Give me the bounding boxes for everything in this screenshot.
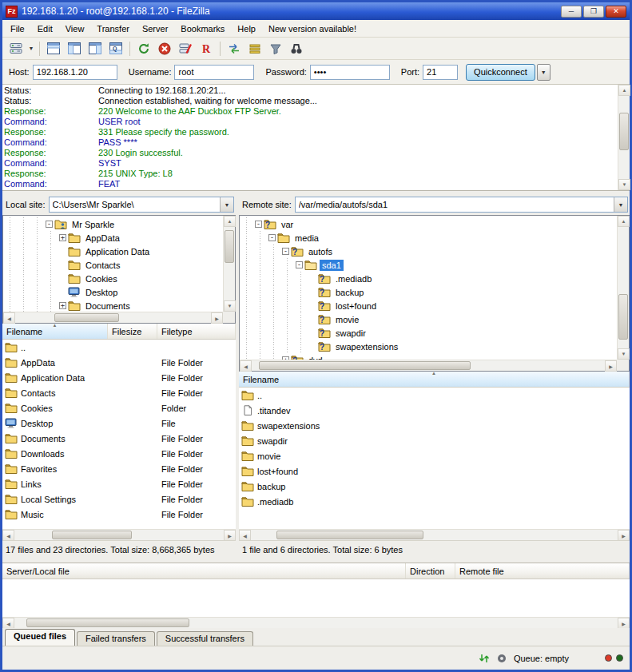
tree-node-backup[interactable]: backup (333, 287, 366, 298)
minimize-button[interactable]: ─ (561, 6, 582, 18)
horizontal-scrollbar[interactable]: ◀▶ (240, 360, 617, 371)
file-row[interactable]: .titandev (239, 403, 630, 418)
tree-node-lost-found[interactable]: lost+found (333, 300, 379, 312)
tree-row[interactable]: +?dvd (240, 353, 617, 360)
tree-row[interactable]: +AppData (3, 231, 223, 245)
local-site-combo[interactable]: C:\Users\Mr Sparkle\ ▼ (49, 197, 234, 213)
tree-row[interactable]: ?movie (240, 312, 617, 326)
column-header-remote-file[interactable]: Remote file (455, 563, 630, 579)
column-header-filename[interactable]: ▲Filename (2, 324, 108, 339)
tree-node-mediadb[interactable]: .mediadb (333, 273, 374, 284)
tree-expand-icon[interactable]: + (59, 302, 66, 309)
scrollbar-thumb[interactable] (225, 230, 234, 263)
reconnect-button[interactable]: R (196, 39, 217, 58)
file-row[interactable]: Application DataFile Folder (2, 370, 236, 385)
scroll-right-button[interactable]: ▶ (605, 360, 617, 372)
scroll-left-button[interactable]: ◀ (239, 530, 251, 541)
column-header-filename[interactable]: ▲Filename (239, 372, 630, 387)
tree-collapse-icon[interactable]: - (255, 221, 262, 228)
host-input[interactable] (33, 65, 117, 80)
synchronized-browsing-button[interactable] (244, 39, 265, 58)
tree-collapse-icon[interactable]: - (296, 261, 303, 268)
horizontal-scrollbar[interactable]: ◀▶ (3, 312, 223, 323)
password-input[interactable] (310, 65, 390, 80)
scrollbar-track[interactable] (15, 312, 211, 323)
scroll-up-button[interactable]: ▲ (224, 216, 236, 227)
tree-node-documents[interactable]: Documents (83, 300, 133, 312)
tree-row[interactable]: -sda1 (240, 258, 617, 272)
menu-help[interactable]: Help (231, 22, 262, 36)
scroll-up-button[interactable]: ▲ (618, 85, 630, 96)
refresh-button[interactable] (133, 39, 154, 58)
file-row[interactable]: MusicFile Folder (2, 507, 236, 522)
file-row[interactable]: .. (239, 388, 630, 403)
scrollbar-track[interactable] (14, 530, 224, 540)
tree-row[interactable]: ?backup (240, 285, 617, 299)
maximize-button[interactable]: ❐ (583, 6, 604, 18)
file-row[interactable]: swapdir (239, 433, 630, 448)
tree-row[interactable]: ?lost+found (240, 299, 617, 312)
tree-node-cookies[interactable]: Cookies (83, 273, 120, 284)
file-row[interactable]: Local SettingsFile Folder (2, 491, 236, 507)
tree-row[interactable]: -media (240, 231, 617, 245)
port-input[interactable] (423, 65, 458, 80)
tree-row[interactable]: -Mr Sparkle (3, 217, 223, 231)
file-row[interactable]: swapextensions (239, 418, 630, 433)
remote-site-dropdown-icon[interactable]: ▼ (614, 197, 627, 212)
file-row[interactable]: .. (2, 340, 236, 355)
menu-transfer[interactable]: Transfer (90, 22, 136, 36)
scroll-down-button[interactable]: ▼ (224, 300, 236, 312)
tree-row[interactable]: ?.mediadb (240, 272, 617, 285)
tree-row[interactable]: Cookies (3, 272, 223, 285)
cancel-button[interactable] (154, 39, 175, 58)
tree-row[interactable]: -?autofs (240, 245, 617, 258)
column-header-filetype[interactable]: Filetype (157, 324, 236, 339)
menu-file[interactable]: File (4, 22, 31, 36)
scrollbar-thumb[interactable] (54, 313, 119, 322)
scrollbar-thumb[interactable] (259, 361, 471, 370)
quickconnect-button[interactable]: Quickconnect (466, 64, 535, 81)
tree-node-contacts[interactable]: Contacts (83, 260, 122, 271)
scrollbar-thumb[interactable] (52, 531, 132, 539)
scrollbar-thumb[interactable] (619, 113, 629, 150)
tree-row[interactable]: Application Data (3, 245, 223, 258)
file-row[interactable]: CookiesFolder (2, 400, 236, 416)
scroll-down-button[interactable]: ▼ (618, 179, 630, 190)
scroll-right-button[interactable]: ▶ (224, 530, 236, 541)
scroll-left-button[interactable]: ◀ (240, 360, 252, 372)
scrollbar-thumb[interactable] (618, 294, 628, 340)
tree-node-var[interactable]: var (279, 219, 296, 230)
tree-node-sda1[interactable]: sda1 (320, 260, 344, 271)
tree-row[interactable]: ?swapdir (240, 326, 617, 340)
scroll-right-button[interactable]: ▶ (211, 312, 223, 324)
tree-row[interactable]: -?var (240, 217, 617, 231)
file-row[interactable]: LinksFile Folder (2, 476, 236, 491)
file-row[interactable]: movie (239, 448, 630, 463)
tree-collapse-icon[interactable]: - (282, 248, 289, 255)
scrollbar-track[interactable] (618, 96, 630, 179)
disconnect-button[interactable] (175, 39, 196, 58)
file-row[interactable]: ContactsFile Folder (2, 385, 236, 400)
column-header-server-local-file[interactable]: Server/Local file (2, 563, 406, 579)
vertical-scrollbar[interactable]: ▲▼ (617, 216, 629, 360)
scroll-down-button[interactable]: ▼ (618, 348, 630, 360)
activity-indicator-icon[interactable] (495, 652, 509, 665)
menu-bookmarks[interactable]: Bookmarks (174, 22, 231, 36)
search-button[interactable] (286, 39, 307, 58)
horizontal-scrollbar[interactable]: ◀▶ (2, 617, 630, 628)
menu-new-version-available[interactable]: New version available! (262, 22, 363, 36)
menu-server[interactable]: Server (136, 22, 174, 36)
remote-site-combo[interactable]: /var/media/autofs/sda1 ▼ (295, 197, 628, 213)
tree-node-swapextensions[interactable]: swapextensions (333, 341, 400, 352)
file-row[interactable]: DocumentsFile Folder (2, 431, 236, 446)
tree-expand-icon[interactable]: + (59, 234, 66, 241)
tree-row[interactable]: ?swapextensions (240, 340, 617, 353)
tree-row[interactable]: +Documents (3, 299, 223, 312)
quickconnect-dropdown-button[interactable]: ▼ (537, 64, 551, 81)
file-row[interactable]: backup (239, 479, 630, 494)
vertical-scrollbar[interactable]: ▲▼ (223, 216, 235, 312)
file-row[interactable]: DownloadsFile Folder (2, 446, 236, 461)
scroll-left-button[interactable]: ◀ (2, 618, 14, 629)
tree-node-media[interactable]: media (292, 233, 321, 244)
scroll-right-button[interactable]: ▶ (618, 530, 630, 541)
